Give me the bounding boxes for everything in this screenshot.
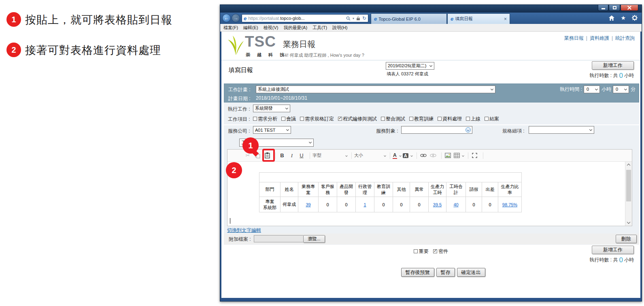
cell-value: 40: [446, 197, 466, 212]
add-work-button-bottom[interactable]: 新增工作: [592, 246, 634, 254]
favorites-star-icon[interactable]: ★: [621, 15, 626, 21]
forward-button[interactable]: →: [232, 14, 240, 22]
back-button[interactable]: ←: [222, 14, 231, 22]
bg-color-dropdown[interactable]: A: [403, 153, 412, 158]
checkbox-icon[interactable]: [253, 117, 257, 121]
checkbox-icon[interactable]: [409, 117, 413, 121]
top-nav-links: 業務日報|資料維護|統計查詢: [564, 35, 635, 42]
nav-link-daily-report[interactable]: 業務日報: [564, 35, 584, 41]
restore-button[interactable]: [609, 5, 620, 11]
work-item[interactable]: 需求規格訂定: [300, 116, 334, 122]
cell-link[interactable]: 39.5: [433, 202, 442, 207]
insert-table-dropdown[interactable]: [454, 153, 464, 158]
nav-link-data-maintenance[interactable]: 資料維護: [590, 35, 609, 41]
nav-link-statistics[interactable]: 統計查詢: [615, 35, 635, 41]
menu-edit[interactable]: 編輯(E): [243, 25, 258, 31]
checkbox-icon[interactable]: [466, 117, 470, 121]
font-family-dropdown[interactable]: 字型: [312, 152, 347, 158]
search-icon[interactable]: [346, 16, 351, 21]
scroll-up-icon[interactable]: [627, 164, 630, 167]
checkbox-icon[interactable]: [485, 117, 489, 121]
cell-link[interactable]: 39: [306, 202, 310, 207]
editor-content-area[interactable]: 部門 姓名 業務專案 客戶服務 產品開發 行政管理 教育訓練 其他 異常 生產力…: [227, 162, 625, 226]
work-item[interactable]: 整合測試: [381, 116, 405, 122]
scrollbar-thumb[interactable]: [626, 170, 631, 201]
switch-to-text-edit-link[interactable]: 切換到文字編輯: [227, 227, 261, 234]
checkbox-icon[interactable]: [414, 249, 418, 253]
checkbox-checked-icon[interactable]: [433, 249, 437, 253]
chevron-down-icon: [286, 128, 289, 131]
checkbox-checked-icon[interactable]: [338, 117, 342, 121]
work-item-label: 上線: [471, 116, 480, 122]
scroll-down-icon[interactable]: [627, 220, 630, 224]
font-size-dropdown[interactable]: 大小: [354, 152, 386, 158]
unlink-icon[interactable]: [429, 152, 437, 160]
cell-link[interactable]: 98.75%: [502, 202, 517, 207]
underline-button[interactable]: U: [298, 152, 306, 160]
target-picker-icon[interactable]: [465, 127, 471, 133]
work-item[interactable]: 資料處理: [438, 116, 462, 122]
nav-separator: |: [586, 35, 587, 41]
save-draft-button[interactable]: 暫存: [436, 268, 455, 277]
text-color-dropdown[interactable]: A: [393, 152, 401, 159]
tab-close-icon[interactable]: ×: [504, 16, 507, 22]
file-input[interactable]: [254, 235, 303, 242]
hour-select[interactable]: 0: [584, 86, 600, 93]
work-item-label: 資料處理: [442, 116, 462, 122]
table-icon: [454, 153, 460, 158]
service-target-input[interactable]: [401, 126, 472, 134]
cell-link[interactable]: 40: [453, 202, 458, 207]
link-icon[interactable]: [419, 152, 427, 160]
checkbox-icon[interactable]: [381, 117, 385, 121]
browse-button[interactable]: 瀏覽...: [303, 235, 325, 243]
home-icon[interactable]: [609, 15, 614, 21]
minimize-button[interactable]: [598, 5, 608, 11]
rich-text-editor: ✂ B I U 字型 大小: [227, 149, 632, 226]
menu-tools[interactable]: 工具(T): [312, 25, 327, 31]
add-work-button-top[interactable]: 新增工作: [592, 61, 634, 70]
work-item[interactable]: 需求分析: [253, 116, 277, 122]
close-button[interactable]: [621, 5, 638, 11]
italic-button[interactable]: I: [288, 152, 296, 160]
checkbox-icon[interactable]: [281, 117, 285, 121]
save-preview-button[interactable]: 暫存後預覽: [401, 268, 434, 277]
tab-topco-global-eip[interactable]: e Topco-Global EIP 6.0: [371, 13, 447, 24]
work-item[interactable]: 教育訓練: [409, 116, 434, 122]
spec-detail-select[interactable]: [529, 126, 594, 134]
settings-gear-icon[interactable]: [632, 15, 638, 21]
service-company-value: A01 TEST: [255, 128, 276, 133]
menu-file[interactable]: 檔案(F): [223, 25, 238, 31]
exec-work-select[interactable]: 系統開發: [253, 105, 290, 112]
submit-button[interactable]: 確定送出: [457, 268, 485, 277]
plan-select[interactable]: 系統上線後測試: [256, 86, 495, 93]
insert-image-icon[interactable]: [444, 152, 452, 160]
address-bar[interactable]: e https://portaluat. topco-glob... ▾ ↻: [242, 14, 368, 22]
date-select[interactable]: 2019/02/26(星期二): [386, 62, 434, 70]
menu-favorites[interactable]: 我的最愛(A): [283, 25, 307, 31]
confidential-checkbox[interactable]: 密件: [433, 248, 448, 254]
bold-button[interactable]: B: [278, 152, 286, 160]
minute-select[interactable]: 0: [613, 86, 629, 93]
work-item[interactable]: 結案: [485, 116, 499, 122]
address-dropdown-icon[interactable]: ▾: [353, 17, 354, 20]
logo-company-name: 崇 越 科 技: [246, 52, 287, 58]
work-item[interactable]: 程式編修與測試: [338, 116, 377, 122]
editor-scrollbar[interactable]: [625, 162, 632, 226]
work-item[interactable]: 上線: [466, 116, 480, 122]
checkbox-icon[interactable]: [300, 117, 304, 121]
tab-label: Topco-Global EIP 6.0: [378, 17, 421, 21]
menu-view[interactable]: 檢視(V): [264, 25, 278, 31]
work-item[interactable]: 會議: [281, 116, 296, 122]
tab-fill-daily-report[interactable]: e 填寫日報 ×: [447, 13, 510, 24]
checkbox-icon[interactable]: [438, 117, 442, 121]
cell-link[interactable]: 1: [363, 202, 366, 207]
delete-button[interactable]: 刪除: [616, 235, 637, 243]
maximize-editor-icon[interactable]: [471, 152, 479, 160]
important-checkbox[interactable]: 重要: [414, 248, 429, 254]
chevron-down-icon: [285, 106, 288, 109]
step-1-badge: 1: [242, 137, 259, 154]
exec-work-label: 執行工作 :: [228, 106, 250, 113]
menu-help[interactable]: 說明(H): [332, 25, 347, 31]
service-company-select[interactable]: A01 TEST: [253, 126, 291, 134]
refresh-icon[interactable]: ↻: [362, 15, 366, 21]
